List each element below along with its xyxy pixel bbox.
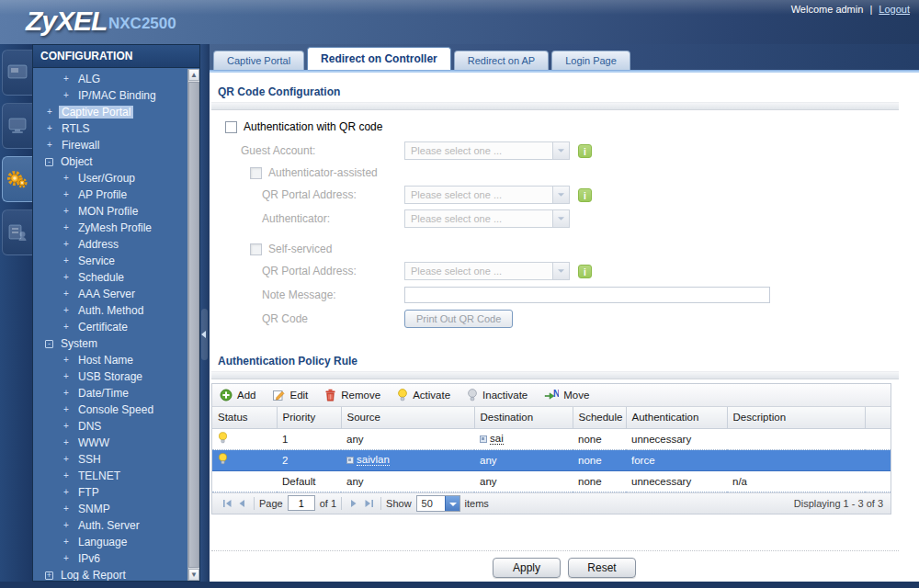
- apply-button[interactable]: Apply: [493, 558, 561, 578]
- sidebar-item[interactable]: + SNMP: [33, 501, 187, 517]
- cell-destination: sai: [490, 433, 504, 445]
- first-page-icon[interactable]: [220, 496, 234, 511]
- col-description[interactable]: Description: [727, 407, 865, 428]
- sidebar-item[interactable]: + Auth. Server: [33, 517, 187, 534]
- add-button[interactable]: Add: [220, 389, 255, 401]
- sidebar-item[interactable]: + Address: [33, 236, 187, 253]
- sidebar-item[interactable]: + Host Name: [33, 352, 187, 368]
- page-label: Page: [259, 498, 283, 509]
- sidebar-item[interactable]: + User/Group: [33, 170, 187, 187]
- authenticator-assisted-label: Authenticator-assisted: [268, 166, 378, 179]
- scroll-down-icon[interactable]: ▼: [188, 569, 199, 581]
- cell-authentication: unnecessary: [626, 428, 727, 449]
- col-priority[interactable]: Priority: [277, 407, 341, 428]
- sidebar-item[interactable]: + Certificate: [33, 319, 187, 335]
- tree-bullet-icon: +: [62, 438, 71, 447]
- sidebar-item[interactable]: + IPv6: [33, 550, 187, 567]
- qr-portal-address-select[interactable]: Please select one ...: [404, 186, 570, 204]
- scrollbar-thumb[interactable]: [188, 82, 199, 568]
- sidebar-item-label: System: [58, 337, 100, 350]
- tab[interactable]: Redirect on AP: [454, 51, 549, 70]
- cell-schedule: none: [573, 449, 626, 470]
- sidebar-item[interactable]: + Date/Time: [33, 385, 187, 401]
- inactivate-button[interactable]: Inactivate: [467, 389, 528, 401]
- sidebar-item[interactable]: + DNS: [33, 418, 187, 435]
- sidebar-item[interactable]: + Console Speed: [33, 401, 187, 418]
- sidebar-item-label: Language: [75, 536, 130, 548]
- qr-portal-address2-select[interactable]: Please select one ...: [404, 262, 570, 280]
- authenticator-assisted-checkbox[interactable]: [250, 167, 262, 179]
- configuration-icon[interactable]: [2, 156, 32, 202]
- sidebar-item[interactable]: + IP/MAC Binding: [33, 87, 187, 104]
- sidebar-item[interactable]: + RTLS: [33, 120, 187, 137]
- col-authentication[interactable]: Authentication: [626, 407, 727, 428]
- sidebar-item[interactable]: + Language: [33, 534, 187, 550]
- sidebar-item[interactable]: + Captive Portal: [33, 104, 187, 120]
- sidebar-item[interactable]: + Service: [33, 253, 187, 269]
- print-qr-code-button[interactable]: Print Out QR Code: [404, 310, 513, 328]
- col-destination[interactable]: Destination: [474, 407, 573, 428]
- collapse-arrow-icon: [201, 331, 206, 338]
- main-content: Captive PortalRedirect on ControllerRedi…: [210, 44, 919, 582]
- move-icon: N: [544, 389, 559, 401]
- reset-button[interactable]: Reset: [568, 558, 636, 578]
- status-on-icon: [218, 453, 228, 467]
- authenticator-select[interactable]: Please select one ...: [404, 209, 570, 228]
- sidebar-item[interactable]: + Auth. Method: [33, 302, 187, 319]
- sidebar-collapse-handle[interactable]: [200, 44, 210, 582]
- logout-link[interactable]: Logout: [879, 4, 910, 15]
- page-input[interactable]: [288, 495, 315, 511]
- chevron-down-icon: [445, 496, 460, 511]
- sidebar-item[interactable]: + WWW: [33, 435, 187, 451]
- sidebar-item[interactable]: + MON Profile: [33, 203, 187, 220]
- policy-section-bar: [211, 371, 899, 379]
- edit-button[interactable]: Edit: [272, 389, 308, 401]
- tab[interactable]: Captive Portal: [213, 51, 304, 70]
- sidebar-item[interactable]: + FTP: [33, 484, 187, 501]
- sidebar-item[interactable]: + SSH: [33, 451, 187, 468]
- sidebar-scrollbar[interactable]: ▲ ▼: [187, 69, 199, 581]
- sidebar-item[interactable]: + ZyMesh Profile: [33, 220, 187, 236]
- guest-account-select[interactable]: Please select one ...: [404, 141, 570, 160]
- next-page-icon[interactable]: [346, 496, 361, 511]
- prev-page-icon[interactable]: [234, 496, 249, 511]
- remove-button[interactable]: Remove: [324, 389, 380, 401]
- qr-code-label: QR Code: [262, 312, 404, 325]
- move-button[interactable]: N Move: [544, 389, 589, 401]
- last-page-icon[interactable]: [361, 496, 376, 511]
- note-message-input[interactable]: [404, 287, 770, 303]
- table-row[interactable]: Default any any none unnecessary n/a: [212, 470, 891, 492]
- self-serviced-checkbox[interactable]: [250, 243, 262, 255]
- scroll-up-icon[interactable]: ▲: [188, 69, 199, 81]
- sidebar-item[interactable]: + USB Storage: [33, 368, 187, 385]
- items-per-page-select[interactable]: 50: [416, 495, 460, 512]
- sidebar-item[interactable]: + ALG: [33, 71, 187, 87]
- chevron-down-icon: [552, 210, 569, 227]
- qr-auth-checkbox[interactable]: [225, 121, 237, 133]
- sidebar-item-label: SNMP: [75, 503, 113, 515]
- sidebar-item[interactable]: - Object: [33, 153, 187, 170]
- sidebar-item[interactable]: + Log & Report: [33, 567, 187, 581]
- activate-button[interactable]: Activate: [397, 389, 450, 401]
- table-row[interactable]: 2 saivlan any none force: [212, 449, 891, 470]
- sidebar-item[interactable]: + AP Profile: [33, 187, 187, 203]
- tab[interactable]: Login Page: [551, 51, 630, 70]
- maintenance-icon[interactable]: [2, 209, 32, 255]
- dashboard-icon[interactable]: [2, 50, 32, 96]
- sidebar-item[interactable]: + Firewall: [33, 137, 187, 153]
- table-row[interactable]: 1 any sai none unnecessary: [212, 428, 891, 449]
- col-schedule[interactable]: Schedule: [573, 407, 626, 428]
- sidebar-item[interactable]: + Schedule: [33, 269, 187, 286]
- sidebar-item[interactable]: + TELNET: [33, 468, 187, 484]
- sidebar-item-label: WWW: [75, 436, 112, 449]
- col-source[interactable]: Source: [341, 407, 474, 428]
- model-name: NXC2500: [108, 15, 176, 33]
- monitor-icon[interactable]: [2, 103, 32, 149]
- sidebar-item[interactable]: + AAA Server: [33, 286, 187, 302]
- qr-section-bar: [211, 102, 899, 110]
- cell-source: any: [346, 476, 364, 487]
- svg-text:N: N: [553, 389, 559, 399]
- sidebar-item[interactable]: - System: [33, 335, 187, 352]
- tab[interactable]: Redirect on Controller: [307, 47, 451, 70]
- col-status[interactable]: Status: [212, 407, 277, 428]
